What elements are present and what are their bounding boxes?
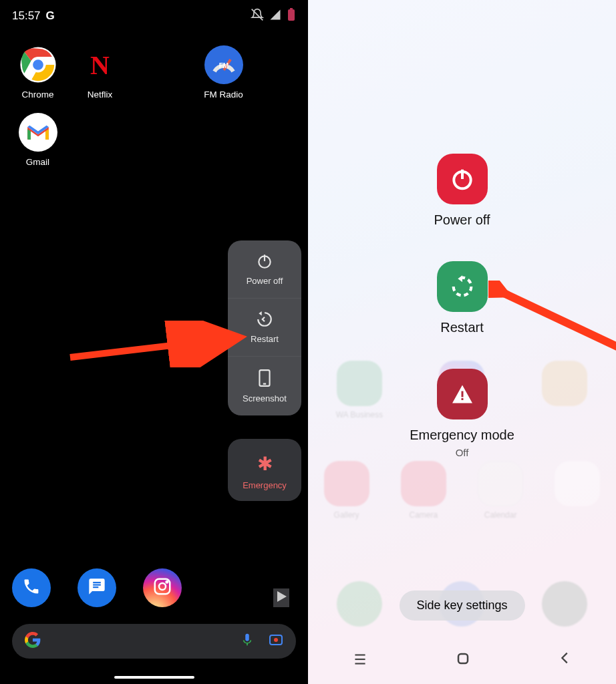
clock: 15:57 — [12, 9, 41, 23]
restart-icon — [256, 311, 273, 330]
restart-button[interactable]: Restart — [228, 298, 301, 356]
label: Side key settings — [416, 598, 507, 612]
restart-button[interactable]: Restart — [437, 261, 488, 335]
play-app[interactable] — [273, 588, 289, 607]
search-bar[interactable] — [12, 624, 296, 659]
messages-app[interactable] — [78, 568, 116, 607]
sub-label: Off — [456, 447, 469, 458]
chrome-icon — [19, 45, 57, 84]
svg-rect-2 — [290, 8, 293, 9]
app-chrome[interactable]: Chrome — [7, 45, 69, 100]
phone-icon — [22, 577, 41, 598]
nav-bar — [308, 651, 616, 671]
samsung-power-screen: WA Business Instagram Gallery Camera Cal… — [308, 0, 616, 684]
svg-point-5 — [31, 58, 44, 71]
emergency-icon — [437, 369, 488, 419]
screenshot-button[interactable]: Screenshot — [228, 356, 301, 415]
battery-icon — [287, 8, 296, 25]
gmail-icon — [19, 113, 57, 152]
svg-text:x: x — [272, 9, 275, 14]
home-screen-apps: Chrome N Netflix FM FM Radio Gmail — [0, 32, 308, 180]
svg-point-13 — [166, 581, 168, 583]
svg-point-12 — [159, 583, 166, 590]
status-bar: 15:57 G x — [0, 0, 308, 32]
back-button[interactable] — [558, 651, 573, 671]
label: Power off — [434, 212, 490, 228]
app-netflix[interactable]: N Netflix — [69, 45, 131, 100]
app-gmail[interactable]: Gmail — [7, 113, 69, 167]
label: Emergency — [243, 480, 287, 490]
dnd-off-icon — [251, 8, 264, 25]
messages-icon — [88, 577, 106, 598]
power-icon — [437, 154, 488, 204]
svg-rect-22 — [458, 654, 468, 663]
phone-app[interactable] — [12, 568, 51, 607]
power-menu-samsung: Power off Restart Emergency mode Off — [308, 154, 616, 458]
app-label: Gmail — [26, 157, 49, 167]
android-stock-screen: 15:57 G x Chrome N Netflix — [0, 0, 308, 684]
restart-icon — [437, 261, 488, 312]
label: Screenshot — [243, 393, 287, 403]
lens-icon[interactable] — [268, 632, 284, 651]
annotation-arrow-left — [67, 321, 254, 367]
svg-text:FM: FM — [218, 62, 228, 69]
instagram-icon — [152, 576, 172, 599]
svg-point-15 — [274, 638, 278, 642]
svg-line-16 — [70, 337, 241, 357]
recents-button[interactable] — [351, 651, 369, 671]
svg-rect-1 — [288, 9, 295, 21]
home-button[interactable] — [455, 651, 471, 671]
label: Emergency mode — [410, 428, 514, 443]
play-icon — [273, 595, 289, 607]
power-menu: Power off Restart Screenshot — [228, 240, 301, 415]
google-g-icon — [24, 631, 41, 651]
power-icon — [256, 252, 273, 272]
emergency-icon: ✱ — [257, 455, 273, 474]
label: Power off — [247, 276, 283, 286]
screenshot-icon — [257, 369, 272, 389]
app-label: Netflix — [88, 90, 113, 100]
side-key-settings-button[interactable]: Side key settings — [399, 590, 524, 621]
app-label: Chrome — [21, 90, 53, 100]
power-off-button[interactable]: Power off — [228, 240, 301, 298]
gesture-pill[interactable] — [114, 676, 194, 679]
app-label: FM Radio — [204, 90, 243, 100]
fmradio-icon: FM — [204, 45, 243, 84]
google-glyph: G — [46, 9, 55, 23]
label: Restart — [251, 334, 279, 344]
dock — [12, 568, 182, 607]
instagram-app[interactable] — [143, 568, 182, 607]
mic-icon[interactable] — [240, 632, 255, 651]
app-fmradio[interactable]: FM FM Radio — [192, 45, 255, 100]
emergency-button[interactable]: ✱ Emergency — [228, 439, 301, 501]
netflix-icon: N — [81, 45, 120, 84]
label: Restart — [440, 320, 483, 335]
signal-icon: x — [269, 9, 281, 24]
power-off-button[interactable]: Power off — [434, 154, 490, 228]
emergency-mode-button[interactable]: Emergency mode Off — [410, 369, 514, 458]
